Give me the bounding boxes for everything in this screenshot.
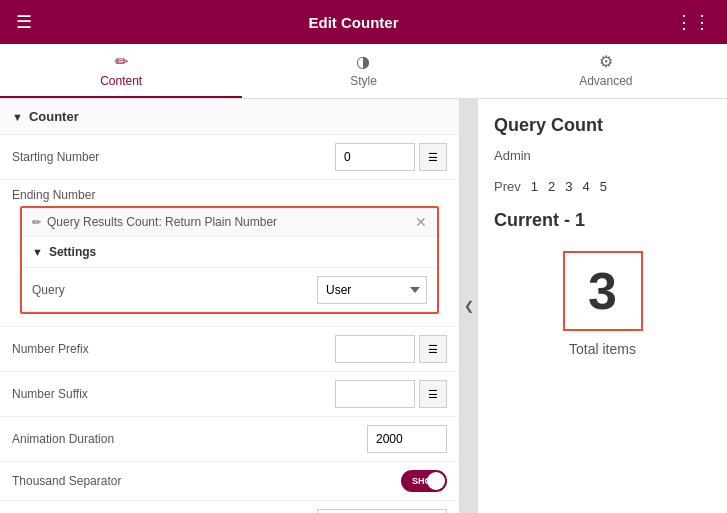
main-content: ▼ Counter Starting Number ☰ Ending Numbe…: [0, 99, 727, 513]
pencil-icon: ✏: [32, 216, 41, 229]
number-prefix-label: Number Prefix: [12, 342, 335, 356]
number-suffix-row: Number Suffix ☰: [0, 372, 459, 417]
thousand-separator-row: Thousand Separator SHOW: [0, 462, 459, 501]
number-prefix-control: ☰: [335, 335, 447, 363]
number-value: 3: [588, 261, 617, 321]
animation-duration-label: Animation Duration: [12, 432, 367, 446]
number-prefix-row: Number Prefix ☰: [0, 327, 459, 372]
number-suffix-icon[interactable]: ☰: [419, 380, 447, 408]
number-suffix-label: Number Suffix: [12, 387, 335, 401]
content-tab-icon: ✏: [115, 52, 128, 71]
animation-duration-row: Animation Duration: [0, 417, 459, 462]
admin-text: Admin: [494, 148, 711, 163]
style-tab-icon: ◑: [356, 52, 370, 71]
section-label: Counter: [29, 109, 79, 124]
counter-section-header[interactable]: ▼ Counter: [0, 99, 459, 135]
tab-content-label: Content: [100, 74, 142, 88]
tab-advanced[interactable]: ⚙ Advanced: [485, 44, 727, 98]
section-collapse-arrow: ▼: [12, 111, 23, 123]
query-count-title: Query Count: [494, 115, 711, 136]
number-display-box: 3: [563, 251, 643, 331]
page-1[interactable]: 1: [531, 179, 538, 194]
settings-arrow: ▼: [32, 246, 43, 258]
left-panel: ▼ Counter Starting Number ☰ Ending Numbe…: [0, 99, 460, 513]
ending-number-top: Ending Number: [12, 188, 447, 202]
panel-collapse-arrow[interactable]: ❮: [460, 99, 478, 513]
number-suffix-control: ☰: [335, 380, 447, 408]
popup-close-button[interactable]: ✕: [415, 214, 427, 230]
query-label: Query: [32, 283, 317, 297]
tab-style[interactable]: ◑ Style: [242, 44, 484, 98]
right-panel: Query Count Admin Prev 1 2 3 4 5 Current…: [478, 99, 727, 513]
header-title: Edit Counter: [309, 14, 399, 31]
number-prefix-input[interactable]: [335, 335, 415, 363]
popup-header: ✏ Query Results Count: Return Plain Numb…: [22, 208, 437, 237]
thousand-separator-label: Thousand Separator: [12, 474, 401, 488]
tab-advanced-label: Advanced: [579, 74, 632, 88]
ending-number-row: Ending Number ✏ Query Results Count: Ret…: [0, 180, 459, 327]
separator-row: Separator Default: [0, 501, 459, 513]
page-3[interactable]: 3: [565, 179, 572, 194]
starting-number-input[interactable]: [335, 143, 415, 171]
thousand-separator-toggle[interactable]: SHOW: [401, 470, 447, 492]
starting-number-control: ☰: [335, 143, 447, 171]
pagination-prev[interactable]: Prev: [494, 179, 521, 194]
header: ☰ Edit Counter ⋮⋮: [0, 0, 727, 44]
query-row: Query User Post Page: [22, 268, 437, 312]
tab-style-label: Style: [350, 74, 377, 88]
collapse-arrow-icon: ❮: [464, 299, 474, 313]
number-prefix-icon[interactable]: ☰: [419, 335, 447, 363]
starting-number-label: Starting Number: [12, 150, 335, 164]
animation-duration-input[interactable]: [367, 425, 447, 453]
total-items-text: Total items: [569, 341, 636, 357]
grid-icon[interactable]: ⋮⋮: [675, 11, 711, 33]
popup-title: Query Results Count: Return Plain Number: [47, 215, 277, 229]
query-popup: ✏ Query Results Count: Return Plain Numb…: [20, 206, 439, 314]
settings-label: Settings: [49, 245, 96, 259]
number-suffix-input[interactable]: [335, 380, 415, 408]
tab-content[interactable]: ✏ Content: [0, 44, 242, 98]
advanced-tab-icon: ⚙: [599, 52, 613, 71]
tabs-bar: ✏ Content ◑ Style ⚙ Advanced: [0, 44, 727, 99]
animation-duration-control: [367, 425, 447, 453]
page-2[interactable]: 2: [548, 179, 555, 194]
ending-number-label: Ending Number: [12, 188, 447, 202]
pagination: Prev 1 2 3 4 5: [494, 179, 711, 194]
page-5[interactable]: 5: [600, 179, 607, 194]
query-select[interactable]: User Post Page: [317, 276, 427, 304]
page-4[interactable]: 4: [582, 179, 589, 194]
separator-control: Default: [317, 509, 447, 513]
current-label: Current - 1: [494, 210, 711, 231]
menu-icon[interactable]: ☰: [16, 11, 32, 33]
popup-settings-header: ▼ Settings: [22, 237, 437, 268]
separator-select[interactable]: Default: [317, 509, 447, 513]
thousand-separator-toggle-container: SHOW: [401, 470, 447, 492]
starting-number-icon[interactable]: ☰: [419, 143, 447, 171]
starting-number-row: Starting Number ☰: [0, 135, 459, 180]
